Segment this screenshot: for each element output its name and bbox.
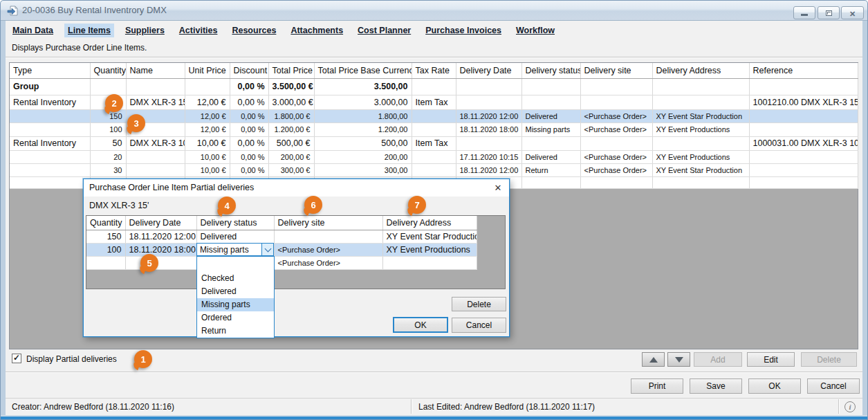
- column-header[interactable]: Unit Price: [185, 63, 230, 78]
- dialog-ok-button[interactable]: OK: [393, 317, 448, 333]
- cell[interactable]: <Purchase Order>: [274, 243, 382, 256]
- cell[interactable]: 18.11.2020 18:00: [125, 243, 196, 256]
- table-row[interactable]: Rental Inventory250DMX XLR-3 15'12,00 €0…: [10, 95, 858, 109]
- column-header[interactable]: Total Price Base Currency: [314, 63, 412, 78]
- close-window-button[interactable]: [841, 6, 864, 19]
- cell[interactable]: 18.11.2020 12:00: [456, 163, 521, 176]
- cell[interactable]: XY Event Productions: [652, 122, 749, 136]
- cell[interactable]: 3.000,00 €: [268, 95, 314, 109]
- tab-activities[interactable]: Activities: [176, 24, 221, 37]
- cell[interactable]: 1000031.00 DMX XLR-3 10': [749, 136, 858, 150]
- cell[interactable]: 100: [90, 122, 126, 136]
- column-header[interactable]: Delivery Address: [652, 63, 749, 78]
- cell[interactable]: 500,00 €: [268, 136, 314, 150]
- cell[interactable]: [274, 230, 382, 243]
- cell[interactable]: [580, 136, 652, 150]
- save-button[interactable]: Save: [690, 378, 742, 394]
- tab-purchase-invoices[interactable]: Purchase Invoices: [422, 24, 505, 37]
- cell[interactable]: 200,00: [314, 150, 412, 163]
- cell[interactable]: [10, 109, 90, 122]
- cell[interactable]: DMX XLR-3 15': [126, 95, 185, 109]
- dropdown-option-blank[interactable]: [197, 257, 274, 272]
- dropdown-option-return[interactable]: Return: [197, 325, 274, 338]
- cell[interactable]: 50: [90, 136, 126, 150]
- cell[interactable]: [749, 176, 858, 188]
- cell[interactable]: [126, 163, 185, 176]
- cell[interactable]: 12,00 €: [185, 109, 230, 122]
- column-header[interactable]: Delivery status: [521, 63, 580, 78]
- tab-cost-planner[interactable]: Cost Planner: [354, 24, 414, 37]
- cell[interactable]: [749, 109, 858, 122]
- cell[interactable]: [382, 256, 477, 269]
- cell[interactable]: 3.500,00 €: [268, 78, 314, 95]
- cell[interactable]: XY Event Productions: [382, 243, 477, 256]
- cell[interactable]: XY Event Star Production: [652, 109, 749, 122]
- cell[interactable]: [652, 176, 749, 188]
- chevron-down-icon[interactable]: [261, 244, 273, 255]
- dialog-delete-button[interactable]: Delete: [452, 297, 506, 311]
- cell[interactable]: Item Tax: [412, 136, 456, 150]
- cell[interactable]: 30: [90, 163, 126, 176]
- cell[interactable]: [652, 95, 749, 109]
- minimize-button[interactable]: [793, 6, 815, 19]
- cell[interactable]: 0,00 %: [230, 95, 268, 109]
- cell[interactable]: 1.200,00 €: [268, 122, 314, 136]
- column-header[interactable]: Quantity: [90, 63, 126, 78]
- dialog-close-icon[interactable]: [492, 182, 504, 193]
- dialog-cancel-button[interactable]: Cancel: [452, 318, 506, 333]
- column-header[interactable]: Delivery site: [580, 63, 652, 78]
- cell[interactable]: <Purchase Order>: [580, 150, 652, 163]
- cell[interactable]: 10,00 €: [185, 163, 230, 176]
- cell[interactable]: Return: [521, 163, 580, 176]
- table-row-group[interactable]: Group0,00 %3.500,00 €3.500,00: [10, 78, 858, 95]
- cell[interactable]: 0,00 %: [230, 122, 268, 136]
- cell[interactable]: Rental Inventory: [10, 95, 90, 109]
- cell[interactable]: [10, 163, 90, 176]
- table-row[interactable]: 15018.11.2020 12:00DeliveredXY Event Sta…: [86, 230, 477, 243]
- column-header[interactable]: Delivery site: [274, 216, 382, 230]
- cell[interactable]: 10,00 €: [185, 150, 230, 163]
- cell[interactable]: [412, 122, 456, 136]
- cell[interactable]: [126, 150, 185, 163]
- cell[interactable]: 17.11.2020 10:15: [456, 150, 521, 163]
- tab-attachments[interactable]: Attachments: [287, 24, 347, 37]
- cell[interactable]: [412, 109, 456, 122]
- tab-suppliers[interactable]: Suppliers: [122, 24, 168, 37]
- column-header[interactable]: Total Price: [268, 63, 314, 78]
- delete-row-button[interactable]: Delete: [801, 352, 857, 367]
- cell[interactable]: 3.500,00: [314, 78, 412, 95]
- cell[interactable]: 500,00: [314, 136, 412, 150]
- cell[interactable]: Delivered: [196, 230, 274, 243]
- cell[interactable]: [10, 150, 90, 163]
- cell[interactable]: DMX XLR-3 10': [126, 136, 185, 150]
- cell[interactable]: [521, 176, 580, 188]
- cell[interactable]: 200,00 €: [268, 150, 314, 163]
- cell[interactable]: 0,00 %: [230, 163, 268, 176]
- cancel-button[interactable]: Cancel: [807, 378, 860, 394]
- cell[interactable]: <Purchase Order>: [274, 256, 382, 269]
- column-header[interactable]: Name: [126, 63, 185, 78]
- move-up-button[interactable]: [642, 352, 665, 367]
- cell[interactable]: Item Tax: [412, 95, 456, 109]
- cell[interactable]: [412, 78, 456, 95]
- cell[interactable]: Delivered: [521, 150, 580, 163]
- column-header[interactable]: Quantity: [86, 216, 125, 230]
- tab-resources[interactable]: Resources: [228, 24, 279, 37]
- cell[interactable]: 150: [86, 230, 125, 243]
- cell[interactable]: <Purchase Order>: [580, 122, 652, 136]
- edit-button[interactable]: Edit: [747, 352, 795, 367]
- cell[interactable]: 1.800,00: [314, 109, 412, 122]
- tab-line-items[interactable]: Line Items: [64, 24, 114, 37]
- cell[interactable]: [412, 150, 456, 163]
- column-header[interactable]: Delivery Date: [456, 63, 521, 78]
- cell[interactable]: [10, 176, 90, 188]
- cell[interactable]: [521, 78, 580, 95]
- cell[interactable]: [412, 163, 456, 176]
- dropdown-option-missing-parts[interactable]: Missing parts: [197, 298, 274, 311]
- cell[interactable]: [456, 95, 521, 109]
- ok-button[interactable]: OK: [748, 378, 801, 394]
- cell[interactable]: Group: [10, 78, 90, 95]
- cell[interactable]: [86, 256, 125, 269]
- print-button[interactable]: Print: [631, 378, 683, 394]
- cell[interactable]: <Purchase Order>: [580, 109, 652, 122]
